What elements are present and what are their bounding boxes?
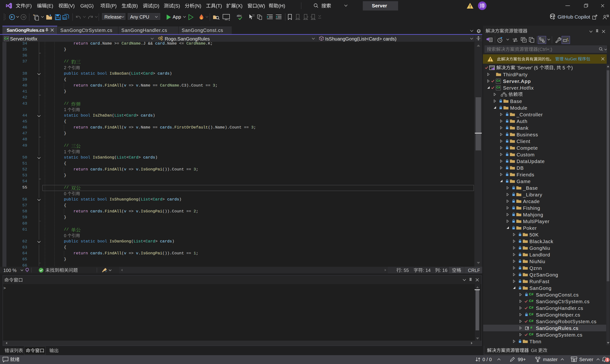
svg-text:abc: abc bbox=[237, 14, 242, 17]
